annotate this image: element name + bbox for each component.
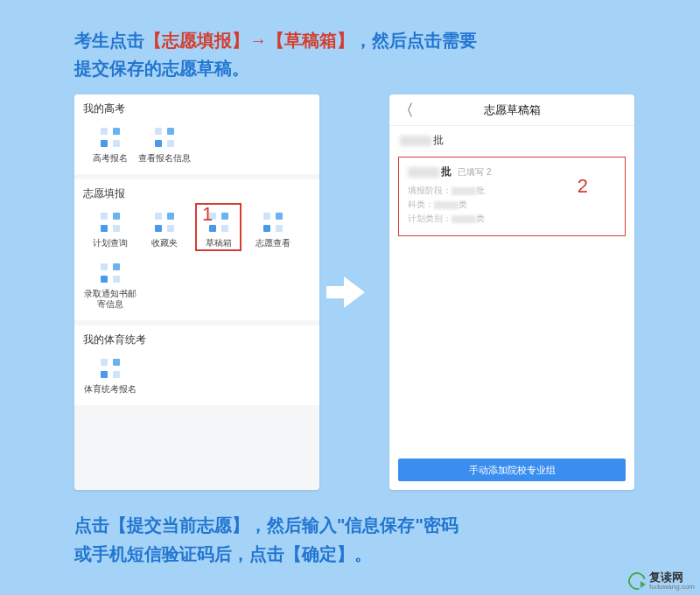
back-icon[interactable]: 〈 [398, 100, 414, 121]
app-tile-icon [263, 213, 283, 232]
watermark: 复读网 fuduwang.com [628, 571, 695, 592]
phone-right: 〈 志愿草稿箱 批 批 已填写 2 填报阶段：批 科类：类 计划类别：类 2 手… [389, 94, 634, 490]
app-tile-icon [101, 128, 120, 147]
section-title: 志愿填报 [83, 186, 311, 201]
highlight-box-2[interactable]: 批 已填写 2 填报阶段：批 科类：类 计划类别：类 2 [398, 157, 626, 236]
add-school-button[interactable]: 手动添加院校专业组 [398, 458, 626, 481]
header-bar: 〈 志愿草稿箱 [389, 94, 634, 126]
marker-2: 2 [578, 175, 588, 198]
watermark-sub: fuduwang.com [649, 584, 695, 592]
instruction-bottom: 点击【提交当前志愿】，然后输入"信息保存"密码 或手机短信验证码后，点击【确定】… [74, 511, 604, 569]
app-tile-icon [155, 128, 174, 147]
section-title: 我的体育统考 [83, 332, 311, 347]
app-tile-icon [101, 359, 120, 378]
item-favorites[interactable]: 收藏夹 [137, 205, 192, 256]
inst-p4: 提交保存的志愿草稿。 [74, 59, 249, 78]
redacted-text [452, 215, 476, 223]
item-plan-query[interactable]: 计划查询 [83, 205, 137, 256]
card-line-plan: 计划类别：类 [408, 213, 616, 225]
icon-label: 计划查询 [83, 238, 137, 248]
inst-p2: 【志愿填报】→【草稿箱】 [144, 31, 354, 50]
arrow-right-icon [344, 276, 365, 308]
phone-left: 我的高考 高考报名 查看报名信息 志愿填报 计划查询 [74, 94, 319, 490]
screens-row: 我的高考 高考报名 查看报名信息 志愿填报 计划查询 [74, 94, 634, 490]
item-zhiyuan-view[interactable]: 志愿查看 [246, 205, 300, 256]
app-tile-icon [101, 263, 120, 283]
redacted-text [400, 136, 431, 146]
card-filled-count: 已填写 2 [458, 167, 491, 177]
section-zhiyuan: 志愿填报 计划查询 收藏夹 草稿箱 志愿查看 [74, 179, 319, 320]
redacted-text [452, 187, 476, 195]
inst-bottom-p1: 点击【提交当前志愿】，然后输入"信息保存"密码 [74, 515, 458, 535]
icon-label: 收藏夹 [137, 238, 192, 248]
icon-label: 录取通知书邮寄信息 [83, 289, 137, 310]
tab-suffix: 批 [433, 134, 444, 146]
icon-label: 高考报名 [83, 153, 137, 164]
tab-row: 批 [389, 126, 634, 151]
icon-label: 志愿查看 [246, 238, 300, 248]
instruction-top: 考生点击【志愿填报】→【草稿箱】，然后点击需要 提交保存的志愿草稿。 [74, 26, 648, 82]
section-tiyu: 我的体育统考 体育统考报名 [74, 326, 319, 405]
inst-bottom-p2: 或手机短信验证码后，点击【确定】。 [74, 544, 372, 564]
card-line-subject: 科类：类 [408, 199, 616, 211]
item-gaokao-baoming[interactable]: 高考报名 [83, 120, 137, 171]
watermark-logo-icon [625, 570, 648, 593]
section-title: 我的高考 [83, 102, 311, 116]
item-tiyu-baoming[interactable]: 体育统考报名 [83, 351, 137, 402]
icon-label: 查看报名信息 [137, 153, 192, 164]
arrow-right [335, 276, 374, 308]
redacted-text [434, 201, 458, 209]
inst-p3: ，然后点击需要 [354, 31, 477, 50]
inst-p1: 考生点击 [74, 31, 144, 50]
section-gaokao: 我的高考 高考报名 查看报名信息 [74, 94, 319, 174]
redacted-text [408, 167, 439, 178]
icon-label: 草稿箱 [192, 238, 246, 248]
watermark-main: 复读网 [649, 571, 695, 584]
app-tile-icon [155, 213, 174, 232]
item-view-baoming-info[interactable]: 查看报名信息 [137, 120, 192, 171]
icon-label: 体育统考报名 [83, 384, 137, 395]
marker-1: 1 [202, 203, 213, 226]
app-tile-icon [101, 213, 120, 232]
item-drafts[interactable]: 草稿箱 [192, 205, 246, 256]
page-title: 志愿草稿箱 [484, 102, 541, 118]
item-admission-mail[interactable]: 录取通知书邮寄信息 [83, 256, 137, 317]
card-title-suffix: 批 [441, 165, 452, 178]
